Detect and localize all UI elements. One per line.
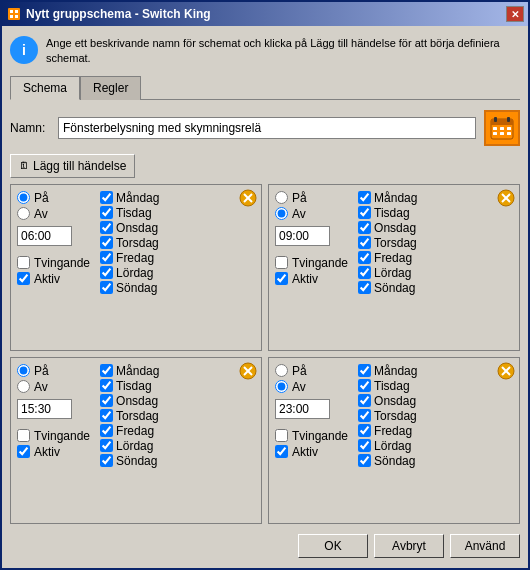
day-checkbox-Tisdag[interactable] <box>100 379 113 392</box>
event-left-3: På Av Tvingande Aktiv <box>17 364 90 468</box>
svg-rect-13 <box>500 132 504 135</box>
event-grid: På Av Tvingande Aktiv <box>10 184 520 524</box>
info-icon: i <box>10 36 38 64</box>
aktiv-checkbox-2[interactable] <box>275 272 288 285</box>
cancel-button[interactable]: Avbryt <box>374 534 444 558</box>
tab-regler[interactable]: Regler <box>80 76 141 100</box>
off-radio-2[interactable] <box>275 207 288 220</box>
time-input-3[interactable] <box>17 399 72 419</box>
close-button[interactable]: ✕ <box>506 6 524 22</box>
aktiv-text-1: Aktiv <box>34 272 60 286</box>
event-left-1: På Av Tvingande Aktiv <box>17 191 90 295</box>
tvingande-checkbox-3[interactable] <box>17 429 30 442</box>
day-checkbox-Onsdag[interactable] <box>358 394 371 407</box>
on-off-group-1: På Av <box>17 191 90 221</box>
off-radio-4[interactable] <box>275 380 288 393</box>
day-row-Lördag: Lördag <box>358 266 417 280</box>
day-label-Torsdag: Torsdag <box>116 236 159 250</box>
window-title: Nytt gruppschema - Switch King <box>26 7 211 21</box>
tvingande-checkbox-4[interactable] <box>275 429 288 442</box>
tvingande-text-2: Tvingande <box>292 256 348 270</box>
add-event-icon: 🗓 <box>19 160 29 171</box>
on-radio-2[interactable] <box>275 191 288 204</box>
day-label-Lördag: Lördag <box>374 439 411 453</box>
day-checkbox-Onsdag[interactable] <box>100 221 113 234</box>
day-label-Torsdag: Torsdag <box>374 409 417 423</box>
on-label-4: På <box>292 364 307 378</box>
delete-event-4[interactable] <box>497 362 515 380</box>
day-label-Onsdag: Onsdag <box>374 394 416 408</box>
day-checkbox-Tisdag[interactable] <box>100 206 113 219</box>
off-label-3: Av <box>34 380 48 394</box>
ok-button[interactable]: OK <box>298 534 368 558</box>
day-checkbox-Torsdag[interactable] <box>100 409 113 422</box>
name-input[interactable] <box>58 117 476 139</box>
day-checkbox-Lördag[interactable] <box>100 439 113 452</box>
add-event-label: Lägg till händelse <box>33 159 126 173</box>
day-checkbox-Fredag[interactable] <box>100 424 113 437</box>
off-radio-3[interactable] <box>17 380 30 393</box>
day-checkbox-Måndag[interactable] <box>100 191 113 204</box>
footer: OK Avbryt Använd <box>10 530 520 560</box>
day-checkbox-Torsdag[interactable] <box>358 236 371 249</box>
day-checkbox-Måndag[interactable] <box>358 364 371 377</box>
day-checkbox-Söndag[interactable] <box>100 281 113 294</box>
add-event-button[interactable]: 🗓 Lägg till händelse <box>10 154 135 178</box>
day-label-Torsdag: Torsdag <box>374 236 417 250</box>
day-checkbox-Onsdag[interactable] <box>100 394 113 407</box>
tvingande-label-3: Tvingande <box>17 429 90 443</box>
tvingande-checkbox-2[interactable] <box>275 256 288 269</box>
day-checkbox-Tisdag[interactable] <box>358 206 371 219</box>
apply-button[interactable]: Använd <box>450 534 520 558</box>
day-checkbox-Måndag[interactable] <box>358 191 371 204</box>
on-radio-label-3: På <box>17 364 90 378</box>
day-checkbox-Onsdag[interactable] <box>358 221 371 234</box>
day-label-Tisdag: Tisdag <box>116 206 152 220</box>
day-checkbox-Söndag[interactable] <box>358 281 371 294</box>
on-radio-3[interactable] <box>17 364 30 377</box>
aktiv-checkbox-3[interactable] <box>17 445 30 458</box>
delete-event-2[interactable] <box>497 189 515 207</box>
day-checkbox-Lördag[interactable] <box>358 439 371 452</box>
day-label-Fredag: Fredag <box>116 424 154 438</box>
day-checkbox-Torsdag[interactable] <box>358 409 371 422</box>
day-checkbox-Torsdag[interactable] <box>100 236 113 249</box>
off-radio-1[interactable] <box>17 207 30 220</box>
aktiv-text-3: Aktiv <box>34 445 60 459</box>
time-input-4[interactable] <box>275 399 330 419</box>
day-checkbox-Söndag[interactable] <box>358 454 371 467</box>
svg-rect-3 <box>10 15 13 18</box>
svg-rect-7 <box>494 117 497 122</box>
days-3: Måndag Tisdag Onsdag Torsdag Fredag Lörd… <box>100 364 159 468</box>
delete-event-1[interactable] <box>239 189 257 207</box>
day-checkbox-Lördag[interactable] <box>358 266 371 279</box>
title-bar: Nytt gruppschema - Switch King ✕ <box>2 2 528 26</box>
day-checkbox-Tisdag[interactable] <box>358 379 371 392</box>
aktiv-checkbox-4[interactable] <box>275 445 288 458</box>
tab-schema[interactable]: Schema <box>10 76 80 100</box>
on-radio-1[interactable] <box>17 191 30 204</box>
day-label-Måndag: Måndag <box>116 191 159 205</box>
time-input-2[interactable] <box>275 226 330 246</box>
delete-event-3[interactable] <box>239 362 257 380</box>
time-input-1[interactable] <box>17 226 72 246</box>
on-radio-4[interactable] <box>275 364 288 377</box>
calendar-icon-button[interactable] <box>484 110 520 146</box>
tvingande-checkbox-1[interactable] <box>17 256 30 269</box>
day-row-Tisdag: Tisdag <box>100 206 159 220</box>
day-checkbox-Fredag[interactable] <box>358 251 371 264</box>
day-row-Onsdag: Onsdag <box>100 394 159 408</box>
event-panel-2: På Av Tvingande Aktiv <box>268 184 520 351</box>
day-row-Onsdag: Onsdag <box>358 221 417 235</box>
svg-rect-4 <box>15 15 18 18</box>
off-label-1: Av <box>34 207 48 221</box>
aktiv-checkbox-1[interactable] <box>17 272 30 285</box>
event-bottom-4: Tvingande Aktiv <box>275 425 348 459</box>
day-checkbox-Måndag[interactable] <box>100 364 113 377</box>
day-checkbox-Lördag[interactable] <box>100 266 113 279</box>
day-checkbox-Söndag[interactable] <box>100 454 113 467</box>
day-row-Tisdag: Tisdag <box>100 379 159 393</box>
day-checkbox-Fredag[interactable] <box>358 424 371 437</box>
day-checkbox-Fredag[interactable] <box>100 251 113 264</box>
day-row-Fredag: Fredag <box>100 251 159 265</box>
